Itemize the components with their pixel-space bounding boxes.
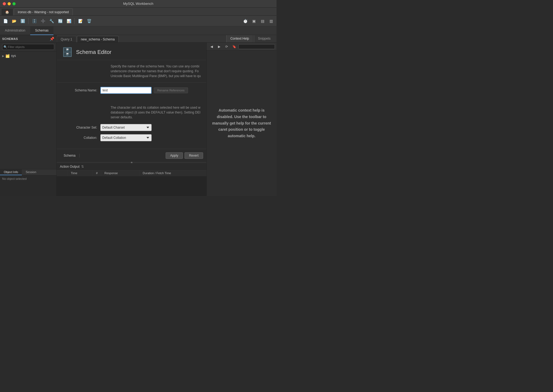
charset-desc-text: The character set and its collation sele… bbox=[111, 106, 200, 119]
schema-name-input[interactable] bbox=[100, 87, 152, 94]
context-help-toolbar: ◀ ▶ ⟳ 🔖 bbox=[207, 43, 276, 51]
schema-db-icon: 🗄️ bbox=[62, 47, 73, 57]
action-bar-schema-tab[interactable]: Schema bbox=[60, 154, 80, 157]
home-icon: 🏠 bbox=[5, 10, 9, 14]
tab-query1[interactable]: Query 1 bbox=[57, 36, 76, 42]
collation-label: Collation: bbox=[62, 136, 97, 140]
ctx-search-bar[interactable] bbox=[238, 44, 275, 49]
snippets-label: Snippets bbox=[258, 37, 271, 40]
tab-snippets[interactable]: Snippets bbox=[254, 35, 274, 42]
tab-ironoc[interactable]: ironoc-db - Warning - not supported bbox=[14, 8, 73, 15]
layout-3-button[interactable]: ▥ bbox=[267, 17, 275, 25]
main-toolbar: 📄 📂 ℹ️ 🗄️ ➕ 🔧 🔄 📊 📝 🗑️ ⏱️ ▣ ▤ ▥ bbox=[0, 16, 276, 26]
tab-session[interactable]: Session bbox=[22, 169, 40, 175]
action-buttons: Apply Revert bbox=[166, 151, 203, 160]
search-input[interactable] bbox=[2, 44, 54, 50]
info-panel-tabs: Object Info Session bbox=[0, 169, 56, 176]
output-header: Action Output ⇅ bbox=[57, 163, 206, 170]
tab-administration-label: Administration bbox=[5, 29, 25, 32]
db-connect-button[interactable]: 🗄️ bbox=[30, 17, 38, 25]
tab-object-info[interactable]: Object Info bbox=[0, 169, 22, 175]
schema-name-row: Schema Name: Rename References bbox=[62, 87, 201, 94]
db-manage-button[interactable]: 🔧 bbox=[48, 17, 55, 25]
toolbar-right: ⏱️ ▣ ▤ ▥ bbox=[241, 17, 275, 25]
schema-icon: 🗂️ bbox=[5, 54, 10, 58]
output-table-header-row: Time # Response Duration / Fetch Time bbox=[57, 170, 206, 176]
rename-references-button[interactable]: Rename References bbox=[154, 87, 188, 93]
context-help-text: Automatic context help is disabled. Use … bbox=[211, 107, 272, 139]
col-header-response: Response bbox=[101, 170, 139, 176]
col-header-duration: Duration / Fetch Time bbox=[139, 170, 206, 176]
character-set-select[interactable]: Default Charset utf8mb4 utf8 latin1 bbox=[100, 124, 152, 131]
db-sync-button[interactable]: 🔄 bbox=[56, 17, 64, 25]
tree-item-label: sys bbox=[11, 54, 16, 58]
col-header-flag: # bbox=[93, 170, 101, 176]
sidebar-bottom: Object Info Session No object selected bbox=[0, 169, 56, 196]
sidebar-title: SCHEMAS bbox=[2, 37, 50, 40]
titlebar: MySQL Workbench bbox=[0, 0, 276, 8]
tab-context-help[interactable]: Context Help bbox=[226, 35, 253, 42]
schema-editor-title: Schema Editor bbox=[76, 49, 111, 55]
window-title: MySQL Workbench bbox=[123, 2, 153, 6]
output-area: Action Output ⇅ Time # Response Duration… bbox=[57, 163, 206, 196]
collation-row: Collation: Default Collation utf8mb4_gen… bbox=[62, 134, 201, 141]
db-add-button[interactable]: ➕ bbox=[39, 17, 47, 25]
toolbar-sep-2 bbox=[74, 18, 75, 24]
query-new-button[interactable]: 📝 bbox=[77, 17, 84, 25]
minimize-button[interactable] bbox=[8, 2, 11, 5]
schema-editor: 🗄️ Schema Editor Specify the name of the… bbox=[57, 43, 206, 196]
sidebar: SCHEMAS 📌 🔍 ▶ 🗂️ sys Object Info bbox=[0, 35, 57, 196]
output-sort-icon[interactable]: ⇅ bbox=[81, 165, 84, 169]
open-file-button[interactable]: 📂 bbox=[10, 17, 18, 25]
revert-button[interactable]: Revert bbox=[185, 152, 203, 159]
tab-session-label: Session bbox=[26, 170, 36, 174]
ctx-auto-toggle-button[interactable]: 🔖 bbox=[231, 44, 237, 50]
sidebar-pin-icon[interactable]: 📌 bbox=[50, 37, 54, 41]
ctx-refresh-button[interactable]: ⟳ bbox=[223, 44, 230, 50]
info-panel-content: No object selected bbox=[0, 176, 56, 182]
traffic-lights bbox=[3, 2, 16, 5]
db-data-button[interactable]: 📊 bbox=[65, 17, 73, 25]
db-drop-button[interactable]: 🗑️ bbox=[85, 17, 93, 25]
tab-query1-label: Query 1 bbox=[61, 37, 72, 41]
middle-area: SCHEMAS 📌 🔍 ▶ 🗂️ sys Object Info bbox=[0, 35, 276, 196]
content-tabs-right: Context Help Snippets bbox=[224, 35, 276, 42]
tab-new-schema[interactable]: new_schema - Schema bbox=[77, 36, 119, 42]
tab-administration[interactable]: Administration bbox=[0, 26, 30, 35]
tab-home[interactable]: 🏠 bbox=[1, 8, 13, 15]
layout-1-button[interactable]: ▣ bbox=[250, 17, 258, 25]
apply-button[interactable]: Apply bbox=[166, 152, 183, 159]
new-connection-button[interactable]: 📄 bbox=[2, 17, 9, 25]
schema-description: Specify the name of the schema here. You… bbox=[57, 60, 206, 82]
toolbar-sep-1 bbox=[28, 18, 29, 24]
close-button[interactable] bbox=[3, 2, 6, 5]
tab-ironoc-label: ironoc-db - Warning - not supported bbox=[18, 10, 69, 14]
col-header-num bbox=[57, 170, 67, 176]
monitor-button[interactable]: ⏱️ bbox=[241, 17, 249, 25]
main-content: Query 1 new_schema - Schema Context Help… bbox=[57, 35, 276, 196]
info-button[interactable]: ℹ️ bbox=[19, 17, 26, 25]
top-tabs-bar: 🏠 ironoc-db - Warning - not supported bbox=[0, 8, 276, 16]
collation-select[interactable]: Default Collation utf8mb4_general_ci utf… bbox=[100, 134, 152, 141]
charset-description: The character set and its collation sele… bbox=[57, 101, 206, 120]
sidebar-tree: ▶ 🗂️ sys bbox=[0, 51, 56, 169]
tree-item-sys[interactable]: ▶ 🗂️ sys bbox=[0, 53, 56, 59]
tab-schemas[interactable]: Schemas bbox=[30, 26, 53, 35]
tab-new-schema-label: new_schema - Schema bbox=[81, 37, 115, 41]
context-help-label: Context Help bbox=[230, 37, 249, 40]
no-object-text: No object selected bbox=[2, 177, 27, 180]
content-tabs-bar: Query 1 new_schema - Schema Context Help… bbox=[57, 35, 276, 43]
tab-object-info-label: Object Info bbox=[4, 170, 18, 174]
maximize-button[interactable] bbox=[12, 2, 16, 5]
content-tabs-left: Query 1 new_schema - Schema bbox=[57, 36, 119, 42]
action-bar: Schema Apply Revert bbox=[57, 149, 206, 162]
layout-2-button[interactable]: ▤ bbox=[259, 17, 266, 25]
ctx-forward-button[interactable]: ▶ bbox=[216, 44, 222, 50]
schema-form-charset: Character Set: Default Charset utf8mb4 u… bbox=[57, 120, 206, 149]
context-help-panel: ◀ ▶ ⟳ 🔖 Automatic context help is disabl… bbox=[206, 43, 276, 196]
ctx-back-button[interactable]: ◀ bbox=[208, 44, 215, 50]
col-header-time: Time bbox=[67, 170, 93, 176]
tree-arrow-icon: ▶ bbox=[2, 54, 4, 57]
schema-form: Schema Name: Rename References bbox=[57, 82, 206, 101]
output-title: Action Output bbox=[60, 165, 80, 169]
